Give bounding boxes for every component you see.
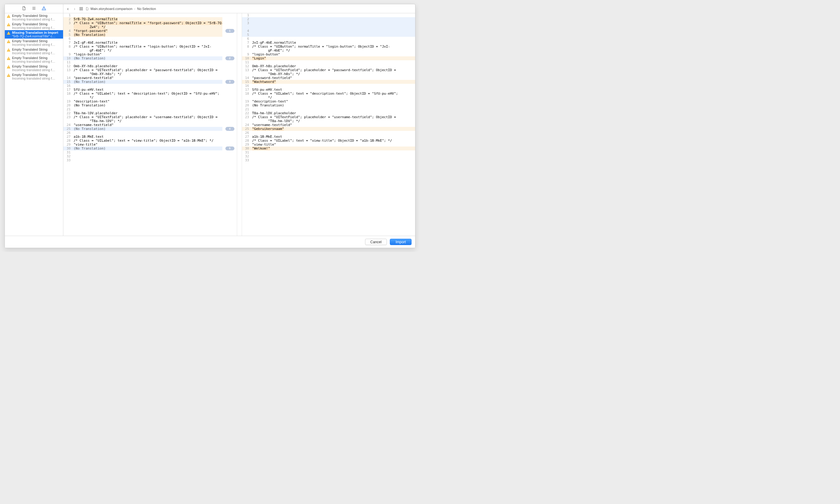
sidebar-item-title: Empty Translated String [12, 39, 62, 43]
warning-icon [7, 73, 11, 78]
warning-icon [7, 31, 11, 36]
warning-icon [7, 65, 11, 69]
svg-rect-18 [8, 68, 9, 68]
sidebar-item-title: Missing Translation in Import [12, 31, 62, 34]
sidebar-item-subtitle: Incoming translated string f… [12, 43, 62, 47]
sidebar-issue-item[interactable]: Empty Translated StringIncoming translat… [5, 39, 63, 47]
sidebar-item-subtitle: Incoming translated string f… [12, 51, 62, 55]
sidebar-item-title: Empty Translated String [12, 22, 62, 26]
sidebar-item-title: Empty Translated String [12, 65, 62, 68]
svg-rect-5 [8, 15, 9, 17]
sidebar-issues-list: Empty Translated StringIncoming translat… [5, 13, 63, 236]
diff-badge-2[interactable]: 2 [225, 56, 235, 60]
bottom-bar: Cancel Import [5, 236, 415, 248]
sidebar-item-subtitle: Incoming translated string f… [12, 68, 62, 72]
crumb-separator: › [134, 7, 136, 11]
diff-badge-5[interactable]: 5 [225, 146, 235, 150]
sidebar-issue-item[interactable]: Missing Translation in Import"5rB-7Q-Zw4… [5, 30, 63, 39]
cancel-button[interactable]: Cancel [365, 239, 387, 245]
svg-rect-6 [8, 17, 9, 17]
svg-rect-7 [8, 24, 9, 25]
issues-tab-icon[interactable] [41, 6, 46, 11]
svg-rect-23 [80, 9, 81, 10]
sidebar-item-subtitle: Incoming translated string f… [12, 17, 62, 21]
sidebar-item-title: Empty Translated String [12, 56, 62, 60]
svg-rect-10 [8, 34, 9, 34]
svg-rect-15 [8, 58, 9, 59]
svg-rect-20 [8, 76, 9, 76]
crumb-tail[interactable]: No Selection [137, 7, 156, 11]
sidebar-issue-item[interactable]: Empty Translated StringIncoming translat… [5, 22, 63, 30]
sidebar-item-subtitle: Incoming translated string f… [12, 60, 62, 63]
right-pane: 1 2 3 4 5 6 7 8 9 10 11 12 13 [242, 13, 415, 236]
sidebar-item-text: Empty Translated StringIncoming translat… [12, 48, 62, 55]
sidebar-tabs [5, 4, 63, 13]
svg-rect-16 [8, 59, 9, 59]
svg-rect-22 [82, 7, 83, 8]
svg-rect-14 [8, 51, 9, 51]
svg-rect-21 [80, 7, 81, 8]
svg-rect-17 [8, 66, 9, 67]
diff-badge-3[interactable]: 3 [225, 80, 235, 84]
warning-icon [7, 14, 11, 19]
sidebar-issue-item[interactable]: Empty Translated StringIncoming translat… [5, 55, 63, 64]
diff-panes: 1 2 3 4 5 6 7 8 9 10 11 12 13 [63, 13, 415, 236]
nav-forward-button[interactable]: › [72, 6, 77, 12]
jump-bar[interactable]: ‹ › Main.storyboard.comparison › No Sele… [63, 4, 415, 13]
sidebar: Empty Translated StringIncoming translat… [5, 4, 63, 236]
sidebar-item-title: Empty Translated String [12, 14, 62, 17]
nav-back-button[interactable]: ‹ [65, 6, 71, 12]
svg-rect-19 [8, 74, 9, 76]
import-window: Empty Translated StringIncoming translat… [4, 4, 415, 248]
content-row: Empty Translated StringIncoming translat… [5, 4, 415, 236]
svg-rect-24 [82, 9, 83, 10]
sidebar-issue-item[interactable]: Empty Translated StringIncoming translat… [5, 64, 63, 72]
sidebar-item-subtitle: Incoming translated string f… [12, 76, 62, 80]
editor-area: ‹ › Main.storyboard.comparison › No Sele… [63, 4, 415, 236]
import-button[interactable]: Import [390, 239, 412, 245]
svg-rect-13 [8, 49, 9, 50]
sidebar-issue-item[interactable]: Empty Translated StringIncoming translat… [5, 47, 63, 55]
sidebar-item-subtitle: Incoming translated string f… [12, 26, 62, 30]
svg-rect-12 [8, 42, 9, 42]
warning-icon [7, 56, 11, 61]
sidebar-item-text: Empty Translated StringIncoming translat… [12, 56, 62, 63]
left-pane: 1 2 3 4 5 6 7 8 9 10 11 12 13 [63, 13, 237, 236]
right-gutter: 1 2 3 4 5 6 7 8 9 10 11 12 13 [242, 13, 251, 236]
sidebar-item-text: Missing Translation in Import"5rB-7Q-Zw4… [12, 31, 62, 38]
left-code[interactable]: 5rB-7Q-Zw4.normalTitle /* Class = "UIBut… [72, 13, 222, 236]
sidebar-item-text: Empty Translated StringIncoming translat… [12, 39, 62, 47]
file-tab-icon[interactable] [22, 6, 26, 11]
svg-rect-11 [8, 41, 9, 42]
diff-badge-column: 1 2 3 4 5 [222, 13, 237, 236]
sidebar-item-text: Empty Translated StringIncoming translat… [12, 65, 62, 72]
warning-icon [7, 48, 11, 52]
right-code[interactable]: JxI-gF-4bE.normalTitle /* Class = "UIBut… [251, 13, 415, 236]
pane-separator [237, 13, 242, 236]
crumb-file[interactable]: Main.storyboard.comparison [90, 7, 133, 11]
diff-badge-1[interactable]: 1 [225, 29, 235, 33]
file-icon [85, 7, 89, 11]
sidebar-issue-item[interactable]: Empty Translated StringIncoming translat… [5, 72, 63, 81]
related-items-icon[interactable] [79, 6, 84, 12]
sidebar-item-text: Empty Translated StringIncoming translat… [12, 22, 62, 30]
sidebar-item-text: Empty Translated StringIncoming translat… [12, 14, 62, 21]
sidebar-item-title: Empty Translated String [12, 48, 62, 51]
left-gutter: 1 2 3 4 5 6 7 8 9 10 11 12 13 [63, 13, 72, 236]
sidebar-item-text: Empty Translated StringIncoming translat… [12, 73, 62, 80]
sidebar-issue-item[interactable]: Empty Translated StringIncoming translat… [5, 13, 63, 22]
sidebar-item-subtitle: "5rB-7Q-Zw4.normalTitle" c… [12, 34, 62, 38]
sidebar-item-title: Empty Translated String [12, 73, 62, 76]
warning-icon [7, 23, 11, 27]
svg-rect-9 [8, 32, 9, 34]
list-tab-icon[interactable] [32, 6, 36, 11]
diff-badge-4[interactable]: 4 [225, 127, 235, 131]
warning-icon [7, 39, 11, 44]
